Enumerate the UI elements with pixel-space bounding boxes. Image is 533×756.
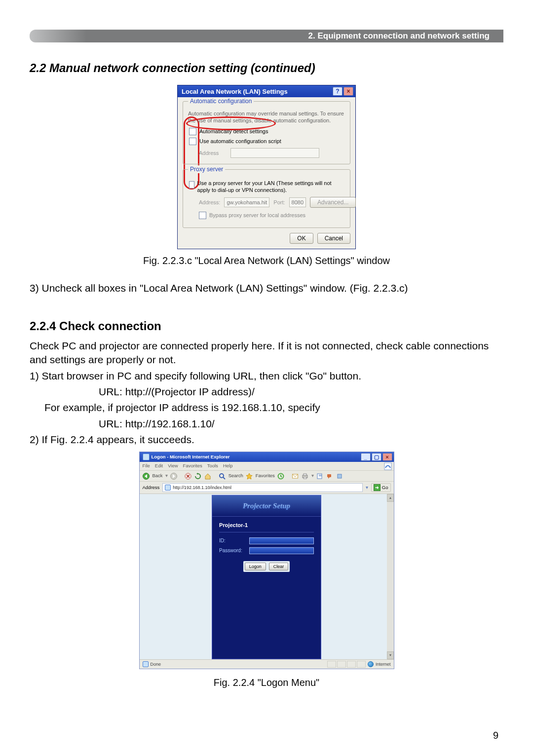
ie-status-bar: Done Internet [140,659,394,669]
favorites-label[interactable]: Favorites [256,473,275,479]
use-proxy-checkbox[interactable] [189,181,194,189]
svg-rect-14 [327,474,331,477]
proxy-server-label: Proxy server [188,165,225,173]
address-label: Address [143,485,160,491]
minimize-icon[interactable]: _ [361,453,371,461]
ie-app-icon [143,454,150,460]
history-icon[interactable] [277,472,285,480]
svg-rect-13 [319,476,322,476]
svg-point-4 [220,474,224,478]
home-icon[interactable] [204,472,212,480]
proxy-port-input[interactable]: 8080 [289,197,306,207]
proxy-advanced-button[interactable]: Advanced... [310,197,356,208]
scroll-down-icon[interactable]: ▾ [387,651,394,659]
use-script-checkbox[interactable] [189,138,196,145]
bypass-label: Bypass proxy server for local addresses [209,212,305,219]
section-22-title: 2.2 Manual network connection setting (c… [30,60,503,76]
stop-icon[interactable] [185,472,192,480]
section-224-heading: 2.2.4 Check connection [30,318,503,334]
svg-rect-10 [304,477,306,479]
ok-button[interactable]: OK [290,233,313,244]
chapter-header: 2. Equipment connection and network sett… [30,30,503,42]
search-label[interactable]: Search [228,473,243,479]
automatic-config-group: Automatic configuration Automatic config… [183,101,350,164]
svg-line-5 [223,477,225,479]
ie-logo-icon [384,462,392,470]
ie-content-area: Projector Setup Projector-1 ID: Password… [140,494,394,659]
scroll-up-icon[interactable]: ▴ [387,494,394,502]
s224-paragraph: Check PC and projector are connected pro… [30,339,503,367]
svg-rect-15 [338,474,342,478]
script-address-input[interactable] [230,148,319,158]
address-dropdown-icon[interactable]: ▾ [366,485,368,491]
close-icon[interactable]: × [343,87,353,96]
logon-button[interactable]: Logon [245,563,266,570]
search-icon[interactable] [219,472,226,480]
auto-detect-row: Automatically detect settings [189,128,345,135]
s224-example-line: For example, if projector IP address is … [44,401,503,415]
bypass-checkbox[interactable] [199,212,206,219]
proxy-port-label: Port: [273,199,285,206]
script-address-label: Address [199,150,227,157]
mail-icon[interactable] [292,472,299,480]
cancel-button[interactable]: Cancel [317,233,350,244]
auto-detect-checkbox[interactable] [189,128,196,135]
proxy-address-label: Address: [199,199,220,206]
discuss-icon[interactable] [326,472,334,480]
go-arrow-icon: ➜ [374,484,381,491]
s224-step2: 2) If Fig. 2.2.4 appears, it succeeds. [30,433,503,447]
menu-tools[interactable]: Tools [207,463,218,469]
ie-titlebar: Logon - Microsoft Internet Explorer _ ▢ … [140,452,394,462]
refresh-icon[interactable] [194,472,202,480]
s224-step1: 1) Start browser in PC and specify follo… [30,369,503,383]
ie-address-bar: Address http://192.168.1.10/index.html ▾… [140,482,394,494]
id-label: ID: [219,537,246,544]
auto-detect-label: Automatically detect settings [199,128,268,135]
address-input[interactable]: http://192.168.1.10/index.html [162,483,362,492]
bypass-row: Bypass proxy server for local addresses [199,212,345,219]
favorites-icon[interactable] [246,472,253,480]
status-page-icon [143,661,149,667]
id-input[interactable] [249,537,314,544]
figure-224: Logon - Microsoft Internet Explorer _ ▢ … [30,452,503,669]
extra-icon[interactable] [336,472,343,480]
password-input[interactable] [249,547,314,554]
figure-223c: Local Area Network (LAN) Settings ? × Au… [30,85,503,249]
page-favicon-icon [165,485,171,491]
menu-help[interactable]: Help [223,463,233,469]
menu-favorites[interactable]: Favorites [183,463,202,469]
svg-rect-12 [319,475,322,475]
figure-224-caption: Fig. 2.2.4 "Logon Menu" [30,676,503,689]
s224-url1: URL: http://(Projector IP address)/ [99,385,503,399]
projector-setup-header: Projector Setup [212,495,321,517]
projector-name: Projector-1 [219,522,314,532]
svg-rect-9 [304,474,306,475]
forward-icon[interactable] [170,472,178,480]
proxy-address-input[interactable]: gw.yokohama.hit [224,197,269,207]
auto-config-note: Automatic configuration may override man… [188,110,345,124]
print-icon[interactable] [302,472,309,480]
back-label[interactable]: Back [152,473,163,479]
ie-window: Logon - Microsoft Internet Explorer _ ▢ … [139,452,394,669]
projector-setup-title: Projector Setup [243,501,290,511]
proxy-server-group: Proxy server Use a proxy server for your… [183,169,350,228]
help-icon[interactable]: ? [333,87,343,96]
s224-url2: URL: http://192.168.1.10/ [99,417,503,431]
back-icon[interactable] [143,472,150,480]
clear-button[interactable]: Clear [269,563,289,570]
status-done-text: Done [151,661,161,667]
lan-settings-dialog: Local Area Network (LAN) Settings ? × Au… [177,85,356,249]
step-3-text: 3) Uncheck all boxes in "Local Area Netw… [30,281,503,295]
password-label: Password: [219,547,246,554]
lan-dialog-title: Local Area Network (LAN) Settings [182,87,288,96]
maximize-icon[interactable]: ▢ [372,453,381,461]
chapter-header-text: 2. Equipment connection and network sett… [308,31,490,42]
menu-file[interactable]: File [143,463,150,469]
menu-edit[interactable]: Edit [155,463,163,469]
internet-zone-icon [368,661,374,667]
scrollbar[interactable]: ▴ ▾ [387,494,394,659]
window-close-icon[interactable]: × [382,453,392,461]
go-button[interactable]: ➜ Go [371,483,391,492]
edit-icon[interactable] [316,472,324,480]
menu-view[interactable]: View [168,463,178,469]
